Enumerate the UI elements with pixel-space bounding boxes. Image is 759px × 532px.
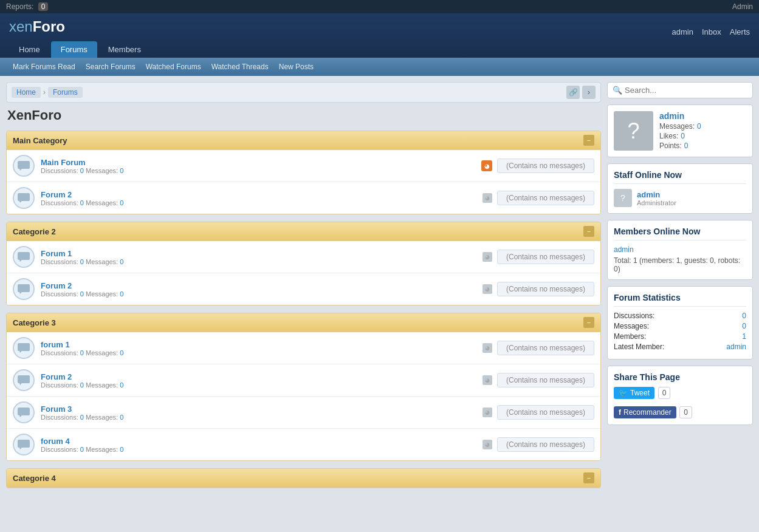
forum-row: forum 4 Discussions: 0 Messages: 0 ◕ (Co…: [7, 429, 600, 460]
inbox-link[interactable]: Inbox: [702, 27, 721, 36]
breadcrumb: Home › Forums 🔗 ›: [6, 82, 601, 103]
forum-name[interactable]: forum 1: [41, 340, 483, 349]
forum-name[interactable]: Main Forum: [41, 158, 481, 167]
forum-info: Forum 2 Discussions: 0 Messages: 0: [41, 281, 483, 298]
main-wrapper: Home › Forums 🔗 › XenForo Main Category …: [0, 76, 759, 502]
category-header-cat3: Categorie 3 −: [7, 313, 600, 332]
top-bar: Reports: 0 Admin: [0, 0, 759, 13]
forum-stats-title: Forum Statistics: [614, 293, 746, 307]
forum-status: (Contains no messages): [497, 191, 594, 205]
forum-name[interactable]: Forum 2: [41, 281, 483, 290]
category-title: Categorie 3: [13, 318, 56, 327]
category-header-cat1: Main Category −: [7, 131, 600, 150]
svg-rect-0: [18, 161, 30, 169]
category-collapse[interactable]: −: [583, 317, 594, 328]
points-val: 0: [684, 142, 689, 150]
alerts-link[interactable]: Alerts: [730, 27, 750, 36]
forum-name[interactable]: Forum 2: [41, 190, 483, 199]
forum-meta: Discussions: 0 Messages: 0: [41, 414, 483, 421]
tab-members[interactable]: Members: [98, 41, 151, 58]
stat-discussions: Discussions: 0: [614, 312, 746, 320]
msg-val: 0: [120, 258, 123, 265]
rss-icon-sm[interactable]: ◕: [483, 375, 492, 385]
svg-marker-3: [19, 201, 22, 203]
svg-marker-7: [19, 292, 22, 294]
tweet-button[interactable]: 🐦 Tweet: [614, 387, 654, 399]
rss-icon-sm[interactable]: ◕: [483, 252, 492, 262]
forum-icon: [13, 401, 35, 423]
rss-icon-sm[interactable]: ◕: [483, 193, 492, 203]
svg-marker-15: [19, 448, 22, 449]
breadcrumb-home[interactable]: Home: [12, 87, 41, 98]
staff-name[interactable]: admin: [637, 190, 676, 199]
rss-icon-sm[interactable]: ◕: [483, 284, 492, 294]
forum-meta: Discussions: 0 Messages: 0: [41, 167, 481, 174]
stat-latest-label: Latest Member:: [614, 343, 664, 351]
breadcrumb-forums[interactable]: Forums: [48, 87, 83, 98]
stat-messages: Messages: 0: [614, 322, 746, 330]
stat-msg-val: 0: [742, 322, 746, 330]
svg-marker-9: [19, 351, 22, 353]
category-collapse[interactable]: −: [583, 135, 594, 146]
nav-tabs: Home Forums Members: [9, 41, 750, 58]
forum-row: Forum 3 Discussions: 0 Messages: 0 ◕ (Co…: [7, 397, 600, 429]
subnav-watched-forums[interactable]: Watched Forums: [142, 61, 205, 72]
forum-meta: Discussions: 0 Messages: 0: [41, 199, 483, 206]
messages-val: 0: [697, 122, 701, 131]
logo[interactable]: xenForo: [9, 18, 65, 39]
search-input[interactable]: [625, 86, 747, 95]
breadcrumb-next-icon[interactable]: ›: [582, 86, 596, 99]
username[interactable]: admin: [659, 111, 701, 121]
forum-icon: [13, 246, 35, 268]
category-collapse[interactable]: −: [583, 472, 594, 483]
stat-latest: Latest Member: admin: [614, 343, 746, 351]
points-label: Points:: [659, 142, 682, 150]
forum-icon: [13, 369, 35, 391]
forum-meta: Discussions: 0 Messages: 0: [41, 349, 483, 356]
forum-row: Forum 1 Discussions: 0 Messages: 0 ◕ (Co…: [7, 241, 600, 273]
subnav-mark-forums-read[interactable]: Mark Forums Read: [9, 61, 79, 72]
logo-xen: xen: [9, 18, 33, 35]
category-collapse[interactable]: −: [583, 226, 594, 237]
tab-forums[interactable]: Forums: [51, 41, 97, 58]
forum-name[interactable]: Forum 2: [41, 372, 483, 381]
rss-icon[interactable]: ◕: [481, 160, 492, 171]
forum-name[interactable]: Forum 1: [41, 249, 483, 258]
breadcrumb-link-icon[interactable]: 🔗: [566, 86, 580, 99]
admin-link[interactable]: Admin: [732, 2, 753, 11]
svg-marker-11: [19, 383, 22, 385]
forum-name[interactable]: forum 4: [41, 437, 483, 446]
forum-icon: [13, 337, 35, 359]
breadcrumb-icons: 🔗 ›: [566, 86, 596, 99]
subnav-watched-threads[interactable]: Watched Threads: [208, 61, 272, 72]
forum-meta: Discussions: 0 Messages: 0: [41, 258, 483, 265]
subnav-new-posts[interactable]: New Posts: [275, 61, 317, 72]
stat-disc-label: Discussions:: [614, 312, 654, 320]
category-block-cat1: Main Category − Main Forum Discussions: …: [6, 131, 601, 214]
share-title: Share This Page: [614, 372, 746, 382]
forum-meta: Discussions: 0 Messages: 0: [41, 290, 483, 298]
staff-member: ? admin Administrator: [614, 189, 746, 207]
category-title: Main Category: [13, 136, 67, 145]
rss-icon-sm[interactable]: ◕: [483, 343, 492, 353]
twitter-icon: 🐦: [619, 389, 628, 397]
forum-icon: [13, 434, 35, 455]
forum-meta: Discussions: 0 Messages: 0: [41, 381, 483, 389]
tab-home[interactable]: Home: [9, 41, 50, 58]
rss-icon-sm[interactable]: ◕: [483, 440, 492, 449]
rss-icon-sm[interactable]: ◕: [483, 408, 492, 417]
forum-stats-section: Forum Statistics Discussions: 0 Messages…: [607, 286, 753, 360]
forum-info: Forum 1 Discussions: 0 Messages: 0: [41, 249, 483, 265]
stat-latest-val[interactable]: admin: [726, 343, 746, 351]
fb-button[interactable]: f Recommander: [614, 406, 676, 418]
online-member-link[interactable]: admin: [614, 245, 746, 254]
admin-user-link[interactable]: admin: [672, 27, 693, 36]
forum-bubble-icon: [17, 251, 30, 262]
members-online-section: Members Online Now admin Total: 1 (membe…: [607, 220, 753, 280]
forum-bubble-icon: [17, 193, 30, 203]
forum-name[interactable]: Forum 3: [41, 404, 483, 414]
subnav-search-forums[interactable]: Search Forums: [82, 61, 139, 72]
tweet-label: Tweet: [630, 389, 650, 397]
logo-foro: Foro: [33, 18, 65, 35]
user-info: admin Messages: 0 Likes: 0 Points: 0: [659, 111, 701, 150]
